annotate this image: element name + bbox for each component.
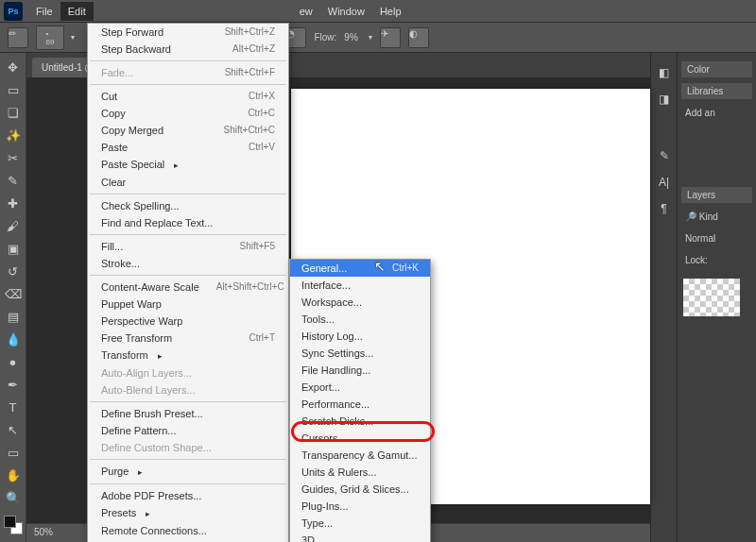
pref-menu-item[interactable]: Sync Settings... (290, 345, 430, 362)
edit-menu-item[interactable]: Define Pattern... (88, 422, 288, 439)
pref-menu-item[interactable]: Scratch Disks... (290, 413, 430, 430)
pref-menu-item[interactable]: Export... (290, 379, 430, 396)
panel-icon-5[interactable]: ¶ (653, 198, 676, 219)
flow-value[interactable]: 9% (344, 32, 357, 42)
edit-menu-item[interactable]: PasteCtrl+V (88, 139, 288, 156)
panel-icon-2[interactable]: ◨ (653, 89, 676, 110)
move-tool-icon[interactable]: ✥ (2, 57, 25, 77)
menu-edit[interactable]: Edit (60, 2, 94, 21)
edit-menu-item[interactable]: Find and Replace Text... (88, 214, 288, 231)
app-logo: Ps (4, 2, 23, 21)
edit-menu-item[interactable]: Purge (88, 463, 288, 481)
menubar: Ps File Edit ew Window Help (0, 0, 756, 23)
edit-menu-item[interactable]: Presets (88, 504, 288, 522)
edit-menu-item[interactable]: Puppet Warp (88, 296, 288, 313)
layer-thumbnail[interactable] (683, 279, 740, 316)
menu-help[interactable]: Help (372, 2, 409, 21)
heal-tool-icon[interactable]: ✚ (2, 193, 25, 213)
panel-icon-4[interactable]: A| (653, 172, 676, 193)
pref-menu-item[interactable]: General...Ctrl+K (290, 260, 430, 277)
brush-size-box[interactable]: •69 ▾ (36, 25, 75, 50)
flow-label: Flow: (314, 32, 336, 42)
color-panel-tab[interactable]: Color (681, 61, 752, 77)
type-tool-icon[interactable]: T (2, 397, 25, 417)
edit-menu-item[interactable]: Transform (88, 347, 288, 364)
dodge-tool-icon[interactable]: ● (2, 351, 25, 372)
stamp-tool-icon[interactable]: ▣ (2, 238, 25, 259)
menu-window[interactable]: Window (320, 2, 372, 21)
eraser-tool-icon[interactable]: ⌫ (2, 283, 25, 304)
pen-tool-icon[interactable]: ✒ (2, 374, 25, 395)
mouse-cursor-icon: ↖ (374, 259, 386, 274)
edit-menu-item: Auto-Blend Layers... (88, 381, 288, 398)
pref-menu-item[interactable]: Plug-Ins... (290, 498, 430, 515)
libraries-panel-tab[interactable]: Libraries (681, 83, 752, 99)
edit-menu-item[interactable]: Content-Aware ScaleAlt+Shift+Ctrl+C (88, 279, 288, 296)
edit-menu-item[interactable]: Remote Connections... (88, 522, 288, 539)
fg-bg-swatch[interactable] (4, 516, 23, 534)
pref-menu-item[interactable]: Performance... (290, 396, 430, 413)
edit-menu-item[interactable]: Perspective Warp (88, 313, 288, 330)
edit-menu-item[interactable]: Clear (88, 174, 288, 191)
tools-panel: ✥ ▭ ❏ ✨ ✂ ✎ ✚ 🖌 ▣ ↺ ⌫ ▤ 💧 ● ✒ T ↖ ▭ ✋ 🔍 (0, 53, 26, 542)
eyedropper-tool-icon[interactable]: ✎ (2, 170, 25, 191)
blur-tool-icon[interactable]: 💧 (2, 329, 25, 349)
edit-menu-item[interactable]: Step ForwardShift+Ctrl+Z (88, 24, 288, 41)
layers-panel-tab[interactable]: Layers (681, 187, 752, 203)
pressure-size-icon[interactable]: ◐ (408, 27, 429, 48)
edit-menu-item: Fade...Shift+Ctrl+F (88, 64, 288, 81)
path-tool-icon[interactable]: ↖ (2, 419, 25, 440)
pref-menu-item[interactable]: File Handling... (290, 362, 430, 379)
pref-menu-item[interactable]: Workspace... (290, 294, 430, 311)
pref-menu-item[interactable]: 3D... (290, 532, 430, 542)
pref-menu-item[interactable]: Interface... (290, 277, 430, 294)
addon-label: Add an (678, 104, 756, 122)
edit-menu-item: Auto-Align Layers... (88, 364, 288, 381)
brush-tool-icon[interactable]: 🖌 (2, 215, 25, 236)
edit-menu-item[interactable]: Fill...Shift+F5 (88, 238, 288, 255)
panel-icon-3[interactable]: ✎ (653, 145, 676, 166)
pref-menu-item[interactable]: History Log... (290, 328, 430, 345)
edit-menu-item[interactable]: Check Spelling... (88, 197, 288, 214)
edit-menu-item[interactable]: Define Brush Preset... (88, 405, 288, 422)
menu-file[interactable]: File (28, 2, 60, 21)
menu-partial-view[interactable]: ew (292, 2, 320, 21)
pref-menu-item[interactable]: Transparency & Gamut... (290, 447, 430, 464)
edit-menu-dropdown: Step ForwardShift+Ctrl+ZStep BackwardAlt… (87, 23, 289, 542)
pref-menu-item[interactable]: Tools... (290, 311, 430, 328)
layers-lock: Lock: (678, 251, 756, 269)
edit-menu-item[interactable]: Copy MergedShift+Ctrl+C (88, 122, 288, 139)
layers-blend[interactable]: Normal (678, 229, 756, 247)
edit-menu-item[interactable]: Adobe PDF Presets... (88, 487, 288, 504)
right-panels: ◧ ◨ ✎ A| ¶ Color Libraries Add an Layers… (650, 53, 756, 542)
crop-tool-icon[interactable]: ✂ (2, 147, 25, 168)
airbrush-icon[interactable]: ✈ (380, 27, 401, 48)
wand-tool-icon[interactable]: ✨ (2, 125, 25, 145)
history-brush-icon[interactable]: ↺ (2, 261, 25, 281)
preferences-submenu: General...Ctrl+KInterface...Workspace...… (289, 259, 431, 542)
pref-menu-item[interactable]: Guides, Grid & Slices... (290, 481, 430, 498)
pref-menu-item[interactable]: Type... (290, 515, 430, 532)
gradient-tool-icon[interactable]: ▤ (2, 306, 25, 327)
hand-tool-icon[interactable]: ✋ (2, 465, 25, 485)
zoom-level[interactable]: 50% (34, 527, 53, 537)
chevron-down-icon: ▾ (71, 33, 75, 42)
layers-kind[interactable]: 🔎 Kind (678, 208, 756, 226)
lasso-tool-icon[interactable]: ❏ (2, 102, 25, 123)
pref-menu-item[interactable]: Cursors... (290, 430, 430, 447)
edit-menu-item[interactable]: Step BackwardAlt+Ctrl+Z (88, 41, 288, 58)
panel-icon-1[interactable]: ◧ (653, 62, 676, 83)
shape-tool-icon[interactable]: ▭ (2, 442, 25, 463)
edit-menu-item: Define Custom Shape... (88, 439, 288, 456)
edit-menu-item[interactable]: CopyCtrl+C (88, 105, 288, 122)
edit-menu-item[interactable]: Free TransformCtrl+T (88, 330, 288, 347)
pref-menu-item[interactable]: Units & Rulers... (290, 464, 430, 481)
tool-preset-icon[interactable]: ✏ (8, 27, 28, 48)
edit-menu-item[interactable]: Stroke... (88, 255, 288, 272)
marquee-tool-icon[interactable]: ▭ (2, 79, 25, 100)
zoom-tool-icon[interactable]: 🔍 (2, 487, 25, 508)
edit-menu-item[interactable]: Paste Special (88, 156, 288, 174)
edit-menu-item[interactable]: CutCtrl+X (88, 88, 288, 105)
